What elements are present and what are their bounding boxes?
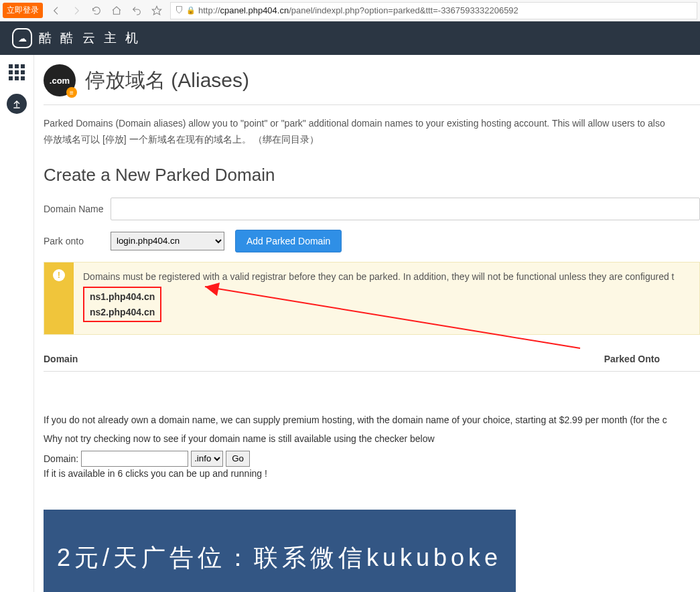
- supply-hosting-text: If you do not already own a domain name,…: [44, 415, 700, 425]
- add-parked-domain-button[interactable]: Add Parked Domain: [235, 230, 342, 252]
- checker-domain-input[interactable]: [81, 451, 188, 467]
- undo-button[interactable]: [127, 1, 146, 20]
- back-button[interactable]: [47, 1, 66, 20]
- ad-banner[interactable]: 2元/天广告位：联系微信kukuboke: [44, 510, 516, 592]
- url-scheme: http://: [198, 5, 220, 15]
- checker-go-button[interactable]: Go: [226, 451, 250, 467]
- description-cn: 停放域名可以 [停放] 一个新域名在现有的域名上。 （绑在同目录）: [44, 132, 700, 147]
- svg-marker-0: [152, 6, 161, 15]
- col-domain: Domain: [44, 354, 244, 364]
- warning-box: ! Domains must be registered with a vali…: [44, 262, 700, 335]
- domain-checker-row: Domain: .info Go: [44, 451, 700, 467]
- browser-toolbar: 立即登录 ⛉ 🔒 http://cpanel.php404.cn/panel/i…: [0, 0, 700, 21]
- home-button[interactable]: [107, 1, 126, 20]
- checker-tld-select[interactable]: .info: [191, 451, 223, 467]
- left-rail: [0, 55, 33, 114]
- availability-text: If it is available in 6 clicks you can b…: [44, 468, 700, 479]
- warning-text: Domains must be registered with a valid …: [83, 271, 675, 282]
- brand-logo[interactable]: ☁ 酷 酷 云 主 机: [12, 28, 141, 48]
- url-bar[interactable]: ⛉ 🔒 http://cpanel.php404.cn/panel/indexp…: [170, 2, 697, 19]
- upload-icon[interactable]: [7, 94, 27, 114]
- url-path: /panel/indexpl.php?option=parked&ttt=-33…: [289, 5, 518, 15]
- checker-prompt-text: Why not try checking now to see if your …: [44, 433, 700, 444]
- shield-icon: ⛉: [175, 5, 184, 15]
- park-onto-label: Park onto: [44, 236, 111, 246]
- table-header: Domain Parked Onto: [44, 354, 700, 372]
- park-onto-row: Park onto login.php404.cn Add Parked Dom…: [44, 230, 700, 252]
- domain-name-input[interactable]: [111, 198, 700, 220]
- forward-button[interactable]: [67, 1, 86, 20]
- domain-name-label: Domain Name: [44, 204, 111, 214]
- section-create-heading: Create a New Parked Domain: [44, 165, 700, 186]
- bookmark-star-icon[interactable]: [147, 1, 166, 20]
- col-parked-onto: Parked Onto: [604, 354, 700, 364]
- page-title: 停放域名 (Aliases): [85, 67, 249, 94]
- login-badge[interactable]: 立即登录: [3, 3, 43, 18]
- insecure-lock-icon: 🔒: [186, 6, 196, 15]
- reload-button[interactable]: [87, 1, 106, 20]
- description-en: Parked Domains (Domain aliases) allow yo…: [44, 116, 700, 131]
- page-title-row: .com ≡ 停放域名 (Aliases): [44, 64, 700, 105]
- main-content: .com ≡ 停放域名 (Aliases) Parked Domains (Do…: [33, 55, 700, 592]
- brand-logo-text: 酷 酷 云 主 机: [39, 29, 141, 47]
- nameserver-1: ns1.php404.cn: [90, 289, 155, 304]
- dotcom-icon: .com ≡: [44, 64, 76, 96]
- dotcom-badge-icon: ≡: [66, 87, 77, 98]
- apps-grid-icon[interactable]: [9, 64, 25, 80]
- warning-icon: !: [44, 263, 74, 334]
- brand-logo-icon: ☁: [12, 28, 32, 48]
- checker-label: Domain:: [44, 453, 78, 464]
- cpanel-header: ☁ 酷 酷 云 主 机: [0, 21, 700, 55]
- domain-name-row: Domain Name: [44, 198, 700, 220]
- nameservers-box: ns1.php404.cn ns2.php404.cn: [83, 287, 161, 322]
- park-onto-select[interactable]: login.php404.cn: [111, 232, 224, 250]
- url-host: cpanel.php404.cn: [220, 5, 289, 15]
- nameserver-2: ns2.php404.cn: [90, 305, 155, 319]
